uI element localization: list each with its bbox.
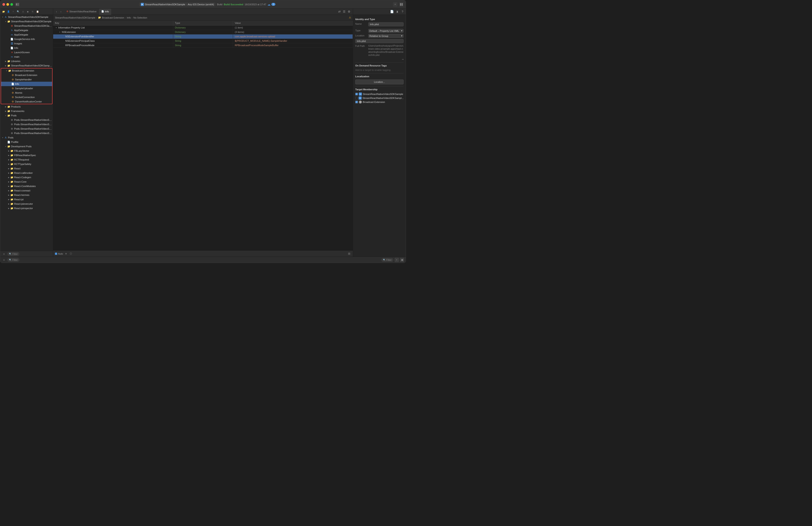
breadcrumb-file[interactable]: Info (127, 16, 131, 19)
report-btn[interactable]: 📋 (35, 10, 40, 14)
sidebar-item-main[interactable]: m main (0, 55, 53, 59)
localize-button[interactable]: Localize... (355, 80, 404, 84)
plist-row-rpbroadcast[interactable]: RPBroadcastProcessMode String RPBroadcas… (53, 43, 353, 47)
sidebar-item-react-jsinspector[interactable]: ▶ 📁 React-jsinspector (0, 206, 53, 211)
plist-row-nsextension-principal[interactable]: NSExtensionPrincipalClass String $(PRODU… (53, 39, 353, 43)
sidebar-item-appdelegate-m[interactable]: m AppDelegate (0, 32, 53, 37)
auto-info-btn[interactable]: ⓘ (69, 252, 73, 256)
sidebar-item-react-callinvoker[interactable]: ▶ 📁 React-callinvoker (0, 171, 53, 175)
layout-toggle-btn2[interactable]: ▦ (400, 258, 404, 262)
auto-settings-btn[interactable]: ⊕ (64, 252, 68, 256)
breakpoint-btn[interactable]: ◆ (26, 10, 30, 14)
cloud-count[interactable]: 1 (271, 3, 275, 6)
sidebar-item-react-core[interactable]: ▶ 📁 React-Core (0, 180, 53, 184)
plist-row-nsextension-point[interactable]: NSExtensionPointIdentifier String com.ap… (53, 34, 353, 39)
sidebar-item-launchscreen[interactable]: ✕ LaunchScreen (0, 50, 53, 55)
sidebar-item-rctrequired[interactable]: ▶ 📁 RCTRequired (0, 157, 53, 162)
sidebar-item-pods-group[interactable]: ▾ 📁 Pods (0, 113, 53, 118)
sidebar-item-frameworks[interactable]: ▶ 📁 Frameworks (0, 109, 53, 113)
sidebar-item-react-codegen[interactable]: ▶ 📁 React-Codegen (0, 175, 53, 180)
inspector-dropdown-location[interactable]: Relative to Group ▾ (368, 34, 404, 38)
sidebar-item-root-project[interactable]: ▾ A StreamReactNativeVideoSDKSample (0, 15, 53, 19)
source-control-btn[interactable]: 👤 (6, 10, 10, 14)
sidebar-filter[interactable]: 🔍 Filter (7, 252, 19, 256)
sidebar-item-info-plist[interactable]: 📄 Info (1, 82, 52, 86)
sidebar-item-sampleuploader[interactable]: ⚙ SampleUploader (1, 86, 52, 90)
plist-row-disclosure[interactable]: ▾ (58, 31, 61, 33)
tab-info[interactable]: 📄 Info (99, 9, 111, 15)
sidebar-item-swift1[interactable]: ⚙ StreamReactNativeVideoSDKSample (0, 24, 53, 28)
plist-row-nsextension[interactable]: ▾ NSExtension Dictionary (3 items) (53, 30, 353, 34)
folder-nav-btn[interactable]: 📁 (2, 10, 5, 14)
fullpath-arrow-icon[interactable]: ⇒ (402, 58, 404, 60)
scheme-selector[interactable]: ▶ StreamReactNativeVideoSDKSample › Any … (139, 2, 216, 6)
sidebar-item-react[interactable]: ▶ 📁 React (0, 166, 53, 171)
back-button[interactable]: ‹ (55, 10, 58, 14)
search-nav-btn[interactable]: 🔍 (16, 10, 20, 14)
sidebar-item-appdelegate-h[interactable]: h AppDelegate (0, 28, 53, 32)
close-button[interactable] (2, 3, 5, 6)
sidebar-item-googleservice[interactable]: 📄 GoogleService-Info (0, 37, 53, 41)
sidebar-item-libraries[interactable]: ▶ 📁 Libraries (0, 59, 53, 63)
target-checkbox-1[interactable]: ✓ (355, 93, 358, 95)
forward-button[interactable]: › (59, 10, 63, 14)
plist-row-disclosure[interactable]: ▾ (55, 26, 58, 29)
warning-nav-btn[interactable]: ⚠ (21, 10, 25, 14)
minimize-button[interactable] (6, 3, 9, 6)
target-checkbox-2[interactable] (355, 97, 358, 99)
sidebar-item-rcttypesafety[interactable]: ▶ 📁 RCTTypeSafety (0, 162, 53, 166)
center-bottom-filter[interactable]: 🔍 Filter (381, 258, 393, 262)
sidebar-item-react-jsiexecutor[interactable]: ▶ 📁 React-jsiexecutor (0, 202, 53, 206)
split-editor-btn[interactable]: ⇄ (337, 10, 342, 14)
sidebar-item-samplehandler[interactable]: ⚙ SampleHandler (1, 77, 52, 82)
sidebar-item-pods-tests-debug[interactable]: ⚙ Pods-StreamReactNativeVideoSDKSa...eac… (0, 127, 53, 131)
layout-button[interactable] (399, 2, 404, 6)
breadcrumb-project[interactable]: StreamReactNativeVideoSDKSample (55, 16, 95, 19)
maximize-button[interactable] (10, 3, 13, 6)
sidebar-item-products[interactable]: ▶ 📁 Products (0, 104, 53, 109)
sidebar-item-broadcast-ext-plist[interactable]: ⚙ Broadcast Extension (1, 73, 52, 77)
layout-toggle-btn1[interactable]: ▪ (395, 258, 399, 262)
sidebar-item-podfile[interactable]: 📄 Podfile (0, 140, 53, 144)
sidebar-item-images[interactable]: 🖼 Images (0, 41, 53, 46)
sidebar-item-broadcast-ext-group[interactable]: ▾ 📁 Broadcast Extension (1, 69, 52, 73)
add-file-status-button[interactable]: + (2, 258, 6, 262)
tab-streamvideo[interactable]: ⚙ StreamVideoReactNative (64, 9, 99, 15)
sidebar-item-pods-release[interactable]: ⚙ Pods-StreamReactNativeVideoSDKSample.r… (0, 122, 53, 127)
sidebar-item-tests[interactable]: ▶ 📁 StreamReactNativeVideoSDKSampleTests (0, 63, 53, 68)
plist-row-info-property-list[interactable]: ▾ Information Property List Dictionary (… (53, 25, 353, 30)
inspector-history-btn[interactable]: ⧗ (395, 10, 399, 14)
sidebar-item-react-jsi[interactable]: ▶ 📁 React-jsi (0, 197, 53, 202)
inspector-value-name[interactable]: Info.plist (368, 22, 404, 26)
sidebar-item-dev-pods[interactable]: ▾ 📁 Development Pods (0, 144, 53, 148)
sidebar-item-fbreactnativespec[interactable]: ▶ 📁 FBReactNativeSpec (0, 153, 53, 157)
target-checkbox-3[interactable]: ✓ (355, 101, 358, 103)
sidebar-item-atomic[interactable]: ⚙ Atomic (1, 90, 52, 95)
sidebar-item-pods-tests-release[interactable]: ⚙ Pods-StreamReactNativeVideoSDKSa...act… (0, 131, 53, 136)
sidebar-item-group1[interactable]: ▾ 📁 StreamReactNativeVideoSDKSample (0, 19, 53, 24)
add-button[interactable]: + (393, 2, 397, 6)
inspector-file-btn[interactable]: 📄 (390, 10, 394, 14)
merge-btn[interactable]: ⑂ (11, 10, 15, 14)
sidebar-item-pods-root[interactable]: ▾ A Pods (0, 136, 53, 140)
editor-settings-btn[interactable]: ⚙ (347, 10, 351, 14)
breadcrumb-selection[interactable]: No Selection (133, 16, 147, 19)
sidebar-toggle-button[interactable] (15, 2, 20, 6)
editor-list-btn[interactable]: ☰ (342, 10, 346, 14)
split-bottom-btn[interactable]: ⊞ (347, 252, 351, 256)
sidebar-item-socketconnection[interactable]: ⚙ SocketConnection (1, 95, 52, 99)
sidebar-item-react-hermes[interactable]: ▶ 📁 React-hermes (0, 193, 53, 197)
sidebar-item-fblazyvector[interactable]: ▶ 📁 FBLazyVector (0, 148, 53, 153)
sidebar-item-darwinnotification[interactable]: ⚙ DarwinNotificationCenter (1, 99, 52, 104)
inspector-help-btn[interactable]: ? (401, 10, 404, 14)
sidebar-item-react-coremodules[interactable]: ▶ 📁 React-CoreModules (0, 184, 53, 188)
sidebar-item-pods-debug[interactable]: ⚙ Pods-StreamReactNativeVideoSDKSample.d… (0, 118, 53, 122)
inspector-filename-field[interactable]: Info.plist (355, 39, 404, 43)
sidebar-item-info-main[interactable]: 📄 Info (0, 46, 53, 50)
add-file-button[interactable]: + (2, 252, 6, 256)
inspector-dropdown-type[interactable]: Default – Property List XML ▾ (368, 29, 404, 33)
sidebar-bottom-filter[interactable]: 🔍 Filter (7, 258, 19, 262)
sidebar-item-react-cxxreact[interactable]: ▶ 📁 React-cxxreact (0, 188, 53, 193)
history-btn[interactable]: ⎘ (31, 10, 35, 14)
breadcrumb-folder[interactable]: Broadcast Extension (102, 16, 124, 19)
